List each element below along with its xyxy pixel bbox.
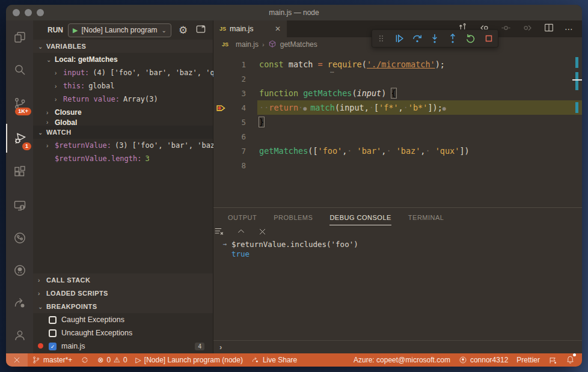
explorer-icon[interactable] — [6, 23, 33, 52]
code-token: input — [357, 88, 382, 98]
debug-badge: 1 — [22, 142, 31, 150]
clear-console-icon[interactable] — [213, 226, 224, 239]
code-text: ··return·● match(input,·['f*',·'b*']);● — [259, 103, 446, 112]
variable-value: (4) ['foo', 'bar', 'baz', 'qux'] — [93, 69, 231, 77]
console-prompt-chevron: › — [219, 343, 222, 352]
restart-button[interactable] — [463, 31, 479, 46]
live-share-session-icon[interactable] — [6, 224, 33, 252]
search-icon[interactable] — [6, 55, 33, 84]
scope-row-global[interactable]: › Global — [33, 119, 213, 126]
panel-tab[interactable]: PROBLEMS — [274, 209, 313, 225]
split-editor-icon[interactable] — [544, 22, 554, 35]
watch-row-returnvalue[interactable]: › $returnValue: (3) ['foo', 'bar', 'baz'… — [33, 139, 213, 152]
sync-changes-button[interactable] — [76, 353, 93, 367]
launch-config-dropdown[interactable]: ▶ [Node] Launch program ⌄ — [68, 23, 171, 37]
notifications-bell-icon[interactable] — [562, 353, 582, 367]
code-token: · — [425, 146, 430, 156]
chevron-down-icon: ⌄ — [38, 303, 46, 310]
panel-tab[interactable]: DEBUG CONSOLE — [329, 209, 391, 225]
checkbox-unchecked[interactable] — [49, 316, 57, 324]
live-share-button[interactable]: Live Share — [247, 353, 301, 367]
current-change-icon[interactable] — [500, 22, 512, 36]
github-icon[interactable] — [6, 256, 33, 285]
variable-row-this[interactable]: › this: global — [33, 79, 213, 93]
call-stack-section-header[interactable]: › CALL STACK — [33, 273, 213, 287]
step-over-button[interactable] — [409, 31, 425, 46]
scope-row-closure[interactable]: › Closure — [33, 106, 213, 119]
git-branch-status[interactable]: master*+ — [28, 353, 76, 367]
stop-button[interactable] — [481, 31, 497, 46]
panel-tab[interactable]: OUTPUT — [228, 209, 257, 225]
debug-console-input[interactable]: › — [213, 340, 582, 353]
breadcrumb-symbol[interactable]: getMatches — [280, 40, 317, 49]
launch-config-value: [Node] Launch program — [81, 26, 157, 34]
variable-row-input[interactable]: › input: (4) ['foo', 'bar', 'baz', 'qux'… — [33, 66, 213, 79]
continue-button[interactable] — [391, 31, 407, 46]
variable-value: global — [88, 82, 114, 90]
console-result: true — [231, 249, 582, 260]
breakpoints-section-header[interactable]: ⌄ BREAKPOINTS — [33, 300, 213, 313]
azure-account-status[interactable]: Azure: copeet@microsoft.com — [349, 353, 455, 367]
tab-label: main.js — [230, 25, 254, 33]
code-token: ● — [303, 105, 310, 112]
overview-ruler[interactable] — [572, 52, 582, 207]
accounts-icon[interactable] — [6, 321, 33, 350]
debug-console-output[interactable]: → $returnValue.includes('foo') true — [213, 239, 582, 260]
code-editor[interactable]: 1 const match = require('./micromatch');… — [213, 52, 582, 207]
share-icon[interactable] — [6, 288, 33, 317]
extensions-icon[interactable] — [6, 157, 33, 186]
checkbox-unchecked[interactable] — [49, 329, 57, 337]
code-token — [298, 88, 303, 98]
next-change-icon[interactable] — [522, 22, 533, 36]
breadcrumb-file[interactable]: main.js — [236, 40, 259, 49]
feedback-icon[interactable] — [544, 353, 562, 367]
code-token: = — [318, 59, 323, 69]
launch-status[interactable]: ▷ [Node] Launch program (node) — [132, 353, 247, 367]
close-panel-icon[interactable] — [258, 227, 267, 239]
variables-section-header[interactable]: ⌄ VARIABLES — [33, 40, 213, 53]
panel-tab[interactable]: TERMINAL — [408, 209, 444, 225]
remote-indicator[interactable] — [6, 353, 28, 367]
source-control-icon[interactable]: 1K+ — [6, 89, 33, 118]
code-line: 6 — [213, 129, 582, 144]
breakpoint-row-caught[interactable]: Caught Exceptions — [33, 313, 213, 326]
code-token: getMatches — [303, 88, 352, 98]
code-token — [391, 146, 396, 156]
watch-row-returnvalue-length[interactable]: $returnValue.length: 3 — [33, 152, 213, 165]
maximize-panel-icon[interactable] — [236, 227, 246, 239]
ruler-mark — [575, 57, 578, 68]
call-stack-header-label: CALL STACK — [46, 276, 90, 284]
tab-mainjs[interactable]: JS main.js ✕ — [213, 20, 287, 37]
console-entry: → $returnValue.includes('foo') — [218, 239, 582, 249]
code-token: · — [298, 103, 303, 112]
remote-explorer-icon[interactable] — [6, 191, 33, 220]
step-into-button[interactable] — [427, 31, 443, 46]
breakpoint-row-uncaught[interactable]: Uncaught Exceptions — [33, 326, 213, 340]
debug-toolbar — [372, 29, 498, 47]
configure-gear-icon[interactable]: ⚙ — [179, 24, 188, 37]
run-toolbar: RUN ▶ [Node] Launch program ⌄ ⚙ — [33, 20, 213, 40]
code-token: ); — [435, 59, 445, 69]
prettier-status[interactable]: Prettier — [512, 353, 544, 367]
start-debug-icon[interactable]: ▶ — [73, 26, 78, 34]
watch-section-header[interactable]: ⌄ WATCH — [33, 126, 213, 139]
breakpoint-current-line-icon[interactable] — [213, 102, 228, 114]
variable-row-return-value[interactable]: › Return value: Array(3) — [33, 93, 213, 106]
code-token: ([ — [308, 146, 317, 156]
breakpoint-row-mainjs[interactable]: ✓ main.js 4 — [33, 340, 213, 353]
run-and-debug-icon[interactable]: 1 — [6, 124, 33, 153]
debug-console-toggle-icon[interactable] — [195, 23, 207, 37]
more-actions-icon[interactable]: ⋯ — [565, 24, 574, 34]
checkbox-checked[interactable]: ✓ — [49, 343, 57, 350]
close-tab-icon[interactable]: ✕ — [275, 25, 281, 33]
problems-status[interactable]: ⊗ 0 ⚠ 0 — [93, 353, 131, 367]
code-line: 3 function getMatches(input) { — [213, 86, 582, 100]
scope-row-local[interactable]: ⌄ Local: getMatches — [33, 53, 213, 66]
variable-name: input: — [63, 69, 89, 77]
titlebar: main.js — node — [6, 5, 582, 20]
step-out-button[interactable] — [445, 31, 461, 46]
github-account-status[interactable]: connor4312 — [455, 353, 512, 367]
warnings-icon: ⚠ — [114, 356, 120, 364]
loaded-scripts-section-header[interactable]: › LOADED SCRIPTS — [33, 287, 213, 300]
toolbar-drag-grip[interactable] — [373, 31, 389, 46]
